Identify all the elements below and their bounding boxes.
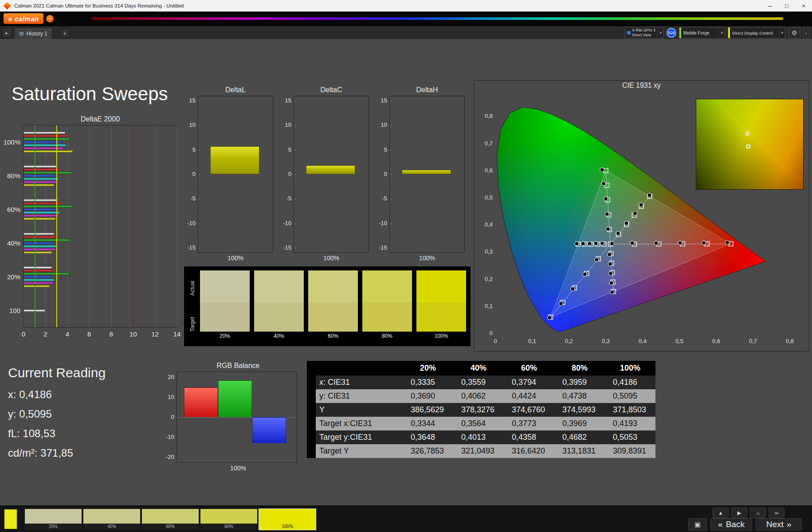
swatch-box	[254, 270, 304, 332]
y-axis-ticks: 151050-5-10-15	[185, 96, 198, 253]
row-label: Y	[316, 403, 403, 417]
cie-zoom-inset	[696, 99, 804, 190]
swatch-80%: 80%	[362, 270, 412, 342]
deltae-bar	[24, 215, 59, 217]
close-button[interactable]: ×	[795, 0, 812, 12]
y-axis-ticks: 151050-5-10-15	[281, 96, 294, 253]
tick-mark	[390, 223, 392, 224]
tab-history-1[interactable]: ▤ History 1	[14, 27, 52, 39]
measured-point	[725, 240, 729, 244]
current-reading: Current Reading x: 0,4186 y: 0,5095 fL: …	[8, 365, 106, 466]
axis-tick-label: 40%	[4, 227, 23, 260]
maximize-button[interactable]: □	[778, 0, 795, 12]
tab-icon: ▤	[19, 31, 24, 36]
play-button[interactable]: ▶	[731, 508, 747, 518]
table-cell: 0,4193	[605, 417, 655, 430]
back-button[interactable]: « Back	[710, 518, 752, 531]
deltae-bar	[24, 147, 64, 149]
axis-tick-label: 0,3	[485, 248, 493, 255]
axis-tick-label: 100	[4, 294, 23, 328]
deltae-bar	[24, 144, 66, 146]
thumbnail-100%[interactable]: 100%	[259, 509, 316, 530]
home-button[interactable]: ⌂	[750, 508, 766, 518]
minimize-button[interactable]: ─	[761, 0, 778, 12]
axis-tick-label: 0,6	[485, 167, 493, 174]
chart-title: DeltaE 2000	[23, 114, 177, 125]
settings-button[interactable]: ⚙	[788, 27, 800, 39]
thumbnail-20%[interactable]: 20%	[25, 509, 82, 530]
source-select[interactable]: Mobile Forge ▾	[679, 27, 725, 39]
table-cell: 0,3648	[403, 430, 453, 444]
axis-tick-label: 0	[288, 171, 291, 177]
x-axis-label: 100%	[294, 253, 369, 262]
plot-area	[294, 96, 369, 253]
display-mode-button[interactable]: ▣	[688, 518, 707, 531]
eject-button[interactable]: ▲	[713, 508, 729, 518]
table-row[interactable]: Y386,5629378,3276374,6760374,5993371,850…	[307, 403, 655, 417]
tick-mark	[294, 248, 296, 248]
panel-expand-button[interactable]: ▸	[2, 28, 12, 38]
axis-tick-label: 0,1	[528, 338, 536, 344]
back-label: Back	[726, 520, 745, 529]
next-button[interactable]: Next »	[756, 518, 802, 531]
axis-tick-label: 8	[110, 330, 113, 338]
measured-point	[600, 168, 604, 172]
measured-point	[604, 197, 608, 201]
target-swatch	[416, 302, 466, 332]
thumbnail-60%[interactable]: 60%	[142, 509, 199, 530]
axis-tick-label: 10	[168, 394, 174, 400]
loop-button[interactable]: ∞	[769, 508, 785, 518]
display-icon: ▣	[694, 520, 701, 528]
tick-mark	[294, 223, 296, 224]
thumbnail-label: 100%	[259, 524, 316, 530]
deltae-bar	[24, 236, 56, 238]
display-control-select[interactable]: Direct Display Control ▾	[728, 27, 785, 39]
tick-mark	[294, 174, 296, 175]
axis-tick-label: 20	[168, 374, 174, 380]
chevrons-right-icon: »	[787, 520, 792, 529]
table-row[interactable]: Target y:CIE310,36480,40130,43580,46820,…	[307, 430, 655, 444]
logo-dropdown-button[interactable]: ▾	[46, 15, 54, 23]
calman-logo-button[interactable]: ◈ calman	[4, 13, 43, 24]
target-marker-icon	[746, 145, 750, 149]
swatch-label: 60%	[308, 332, 358, 340]
measured-point	[575, 242, 579, 246]
swatch-60%: 60%	[308, 270, 358, 342]
axis-tick-label: 0,7	[749, 338, 757, 344]
meter-select[interactable]: X-Rite i1Pro 3 Direct View ▾	[625, 27, 664, 39]
deltae-bar	[24, 181, 58, 183]
table-row[interactable]: Target Y326,7853321,0493316,6420313,1831…	[307, 444, 655, 458]
thumbnail-80%[interactable]: 80%	[200, 509, 257, 530]
measured-point	[630, 241, 634, 245]
target-swatch	[362, 302, 412, 332]
deltae-bar	[24, 178, 59, 180]
chart-title: DeltaH	[389, 85, 465, 96]
table-row[interactable]: y: CIE310,36900,40620,44240,47380,5095	[307, 389, 655, 403]
bottom-bar: 20%40%60%80%100% ▲ ▶ ⌂ ∞ ▣ « Back Next »	[0, 505, 812, 532]
add-tab-button[interactable]: +	[59, 29, 70, 38]
deltae-bar	[24, 285, 50, 287]
reading-x: x: 0,4186	[8, 388, 106, 408]
axis-tick-label: -15	[187, 244, 196, 251]
plot-area	[389, 96, 465, 253]
toolbar: ◈ calman ▾	[0, 12, 812, 26]
deltae-bar	[24, 248, 55, 250]
column-header: 80%	[554, 361, 605, 376]
deltae-bar	[24, 276, 51, 278]
reference-line	[56, 125, 57, 327]
collapse-button[interactable]: ‹	[803, 27, 809, 39]
tick-mark	[390, 199, 392, 199]
tick-mark	[198, 174, 200, 175]
measured-point	[678, 241, 682, 245]
delta-bar	[402, 170, 451, 174]
table-row[interactable]: Target x:CIE310,33440,35640,37730,39690,…	[307, 417, 655, 430]
rgb-ticks: 20100-10-20	[161, 372, 177, 463]
swatch-40%: 40%	[254, 270, 304, 342]
source-label: Mobile Forge	[681, 31, 709, 35]
row-label: Target Y	[316, 444, 403, 458]
thumbnail-40%[interactable]: 40%	[83, 509, 140, 530]
rainbow-gradient-bar	[91, 17, 783, 20]
tick-mark	[294, 125, 296, 125]
table-row[interactable]: x: CIE310,33350,35590,37940,39590,4186	[307, 376, 655, 389]
axis-tick-label: 0	[384, 171, 387, 177]
